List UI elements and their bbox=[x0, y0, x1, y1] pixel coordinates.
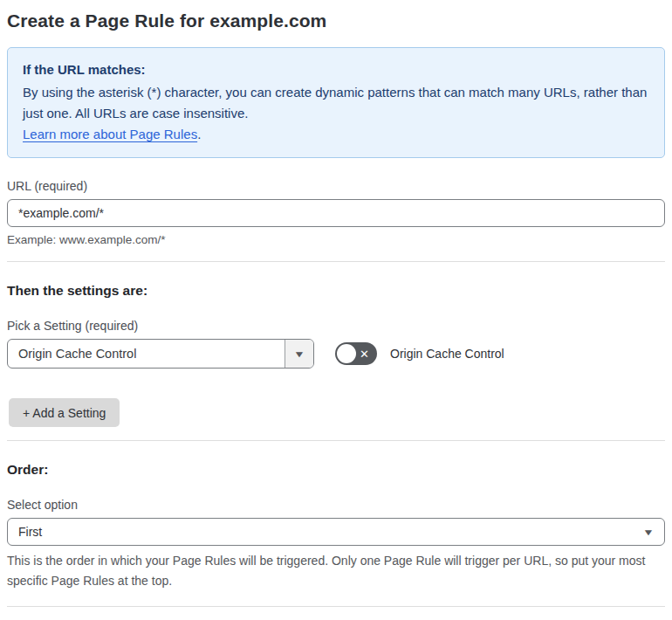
pick-setting-label: Pick a Setting (required) bbox=[7, 319, 665, 333]
url-match-info-box: If the URL matches: By using the asteris… bbox=[7, 47, 665, 158]
setting-dropdown[interactable]: Origin Cache Control ▼ bbox=[7, 339, 314, 369]
info-box-body: By using the asterisk (*) character, you… bbox=[23, 82, 649, 124]
url-example-helper: Example: www.example.com/* bbox=[7, 233, 665, 246]
page-title: Create a Page Rule for example.com bbox=[7, 10, 665, 31]
divider bbox=[7, 606, 665, 607]
url-field-label: URL (required) bbox=[7, 179, 665, 193]
info-box-link-row: Learn more about Page Rules. bbox=[23, 124, 649, 145]
order-helper-text: This is the order in which your Page Rul… bbox=[7, 551, 653, 591]
toggle-knob bbox=[337, 344, 356, 363]
divider bbox=[7, 261, 665, 262]
setting-controls-row: Origin Cache Control ▼ ✕ Origin Cache Co… bbox=[7, 339, 665, 369]
order-select-value: First bbox=[18, 525, 42, 539]
learn-more-link[interactable]: Learn more about Page Rules bbox=[23, 127, 197, 141]
url-input[interactable] bbox=[7, 199, 665, 227]
link-period: . bbox=[197, 127, 201, 141]
divider bbox=[7, 440, 665, 441]
toggle-off-icon: ✕ bbox=[360, 348, 369, 360]
order-select-label: Select option bbox=[7, 498, 665, 512]
order-section-heading: Order: bbox=[7, 462, 665, 478]
setting-dropdown-value: Origin Cache Control bbox=[8, 340, 285, 368]
add-setting-button[interactable]: + Add a Setting bbox=[9, 398, 120, 427]
chevron-down-icon: ▼ bbox=[293, 349, 305, 359]
origin-cache-control-toggle[interactable]: ✕ bbox=[335, 342, 377, 365]
setting-dropdown-caret-button[interactable]: ▼ bbox=[285, 340, 313, 368]
toggle-label: Origin Cache Control bbox=[390, 347, 504, 361]
settings-section-heading: Then the settings are: bbox=[7, 283, 665, 299]
chevron-down-icon: ▼ bbox=[642, 527, 655, 537]
info-box-heading: If the URL matches: bbox=[23, 59, 649, 80]
order-select[interactable]: First ▼ bbox=[7, 518, 665, 546]
